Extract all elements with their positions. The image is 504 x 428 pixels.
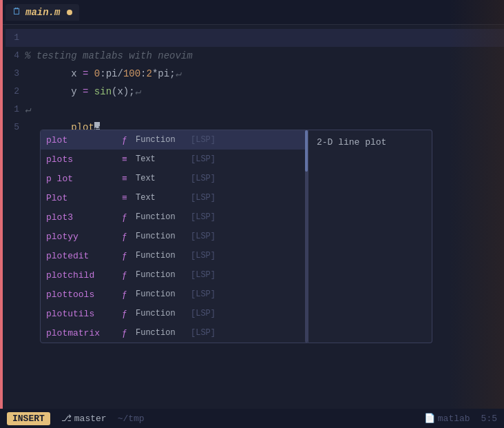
ac-item-name: plotutils bbox=[46, 309, 122, 319]
function-icon: ƒ bbox=[122, 135, 136, 145]
function-icon: ƒ bbox=[122, 212, 136, 223]
ac-item-type: Text bbox=[136, 193, 191, 203]
ac-item-source: [LSP] bbox=[191, 270, 216, 280]
doc-text: 2-D line plot bbox=[317, 137, 386, 147]
ac-item-type: Function bbox=[136, 232, 191, 241]
function-icon: ƒ bbox=[122, 328, 136, 338]
ac-item-type: Function bbox=[136, 270, 191, 280]
ac-item[interactable]: plotutilsƒFunction[LSP] bbox=[41, 304, 308, 323]
mode-indicator: INSERT bbox=[7, 412, 50, 425]
ac-item-type: Function bbox=[136, 251, 191, 261]
text-icon: ≡ bbox=[122, 193, 136, 203]
ac-item-name: plot3 bbox=[46, 212, 122, 223]
left-border-bar bbox=[0, 0, 3, 428]
ac-item-name: plottools bbox=[46, 289, 122, 300]
ac-item-name: plots bbox=[46, 154, 122, 165]
ac-item-source: [LSP] bbox=[191, 154, 216, 164]
function-icon: ƒ bbox=[122, 289, 136, 300]
code-editor[interactable]: 1 4 % testing matlabs with neovim 3 x = … bbox=[0, 25, 504, 141]
ac-item-source: [LSP] bbox=[191, 232, 216, 241]
ac-item-type: Function bbox=[136, 289, 191, 299]
ac-item-name: plotmatrix bbox=[46, 328, 122, 338]
scrollbar-thumb bbox=[305, 130, 308, 172]
ac-item[interactable]: p lot≡Text[LSP] bbox=[41, 169, 308, 188]
ac-item-type: Text bbox=[136, 154, 191, 164]
ac-item-name: plotedit bbox=[46, 251, 122, 261]
line-number: 5 bbox=[6, 119, 25, 136]
filetype-name: matlab bbox=[438, 414, 470, 424]
ac-item-source: [LSP] bbox=[191, 289, 216, 299]
file-path: ~/tmp bbox=[118, 414, 145, 424]
git-branch-icon: ⎇ bbox=[61, 413, 72, 424]
line-number: 1 bbox=[6, 29, 25, 47]
code-line-2: 2 y = sin(x);↵ bbox=[6, 83, 504, 101]
function-icon: ƒ bbox=[122, 309, 136, 319]
git-info: ⎇ master bbox=[61, 413, 107, 424]
function-icon: ƒ bbox=[122, 232, 136, 242]
line-number: 1 bbox=[6, 101, 25, 119]
autocomplete-doc: 2-D line plot bbox=[308, 130, 432, 343]
ac-item-source: [LSP] bbox=[191, 135, 216, 145]
ac-item-type: Text bbox=[136, 174, 191, 183]
ac-item[interactable]: plotƒFunction[LSP] bbox=[41, 130, 308, 150]
function-icon: ƒ bbox=[122, 251, 136, 261]
ac-item[interactable]: Plot≡Text[LSP] bbox=[41, 188, 308, 207]
ac-item[interactable]: plotmatrixƒFunction[LSP] bbox=[41, 323, 308, 343]
tab-bar: 🗒 main.m bbox=[0, 0, 504, 25]
ac-item[interactable]: plottoolsƒFunction[LSP] bbox=[41, 285, 308, 304]
line-number: 2 bbox=[6, 83, 25, 101]
ac-item[interactable]: plotchildƒFunction[LSP] bbox=[41, 265, 308, 285]
ac-item-name: plotchild bbox=[46, 270, 122, 281]
ac-item-type: Function bbox=[136, 328, 191, 338]
ac-item-name: plot bbox=[46, 135, 122, 145]
ac-item-name: Plot bbox=[46, 193, 122, 203]
text-icon: ≡ bbox=[122, 174, 136, 184]
autocomplete-list[interactable]: plotƒFunction[LSP]plots≡Text[LSP]p lot≡T… bbox=[40, 130, 308, 343]
status-bar: INSERT ⎇ master ~/tmp 📄 matlab 5:5 bbox=[0, 409, 504, 428]
tab-filename: main.m bbox=[25, 7, 60, 18]
ac-item-type: Function bbox=[136, 135, 191, 145]
filetype-icon: 📄 bbox=[424, 413, 435, 424]
scrollbar[interactable] bbox=[305, 130, 308, 343]
ac-item[interactable]: plot3ƒFunction[LSP] bbox=[41, 207, 308, 227]
ac-item-source: [LSP] bbox=[191, 328, 216, 338]
ac-item[interactable]: ploteditƒFunction[LSP] bbox=[41, 246, 308, 265]
ac-item-source: [LSP] bbox=[191, 174, 216, 183]
autocomplete-popup: plotƒFunction[LSP]plots≡Text[LSP]p lot≡T… bbox=[40, 130, 432, 343]
modified-indicator bbox=[67, 10, 72, 15]
ac-item-source: [LSP] bbox=[191, 251, 216, 261]
git-branch: master bbox=[74, 414, 107, 424]
ac-item[interactable]: plots≡Text[LSP] bbox=[41, 150, 308, 169]
line-number: 4 bbox=[6, 47, 25, 65]
text-icon: ≡ bbox=[122, 154, 136, 165]
ac-item-source: [LSP] bbox=[191, 212, 216, 222]
ac-item-name: plotyy bbox=[46, 232, 122, 242]
ac-item[interactable]: plotyyƒFunction[LSP] bbox=[41, 227, 308, 246]
ac-item-name: p lot bbox=[46, 174, 122, 184]
function-icon: ƒ bbox=[122, 270, 136, 281]
file-icon: 🗒 bbox=[12, 7, 21, 17]
ac-item-source: [LSP] bbox=[191, 309, 216, 318]
status-right: 📄 matlab 5:5 bbox=[424, 413, 497, 424]
editor: 🗒 main.m 1 4 % testing matlabs with neov… bbox=[0, 0, 504, 428]
filetype: 📄 matlab bbox=[424, 413, 470, 424]
cursor-position: 5:5 bbox=[481, 414, 497, 424]
line-number: 3 bbox=[6, 65, 25, 83]
tab-main-m[interactable]: 🗒 main.m bbox=[6, 4, 79, 21]
ac-item-type: Function bbox=[136, 309, 191, 318]
ac-item-type: Function bbox=[136, 212, 191, 222]
ac-item-source: [LSP] bbox=[191, 193, 216, 203]
code-line-1: 1 bbox=[6, 29, 504, 47]
